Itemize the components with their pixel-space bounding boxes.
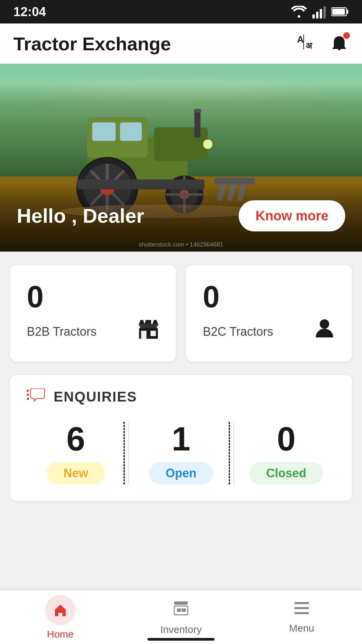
svg-rect-44 xyxy=(174,601,188,605)
menu-label: Menu xyxy=(289,623,314,634)
enquiries-header: ENQUIRIES xyxy=(27,388,335,405)
app-title: Tractor Exchange xyxy=(13,33,171,55)
home-icon xyxy=(53,603,68,618)
b2b-card-bottom: B2B Tractors xyxy=(27,319,159,345)
svg-rect-14 xyxy=(120,122,142,141)
stat-open[interactable]: 1 Open xyxy=(132,422,230,484)
b2c-label: B2C Tractors xyxy=(203,325,273,339)
tractor-cards-row: 0 B2B Tractors 0 xyxy=(10,265,352,362)
wifi-icon xyxy=(291,6,307,18)
svg-rect-48 xyxy=(294,602,309,604)
status-time: 12:04 xyxy=(13,5,46,19)
home-icon-wrapper xyxy=(45,595,75,625)
header-icons: A अ xyxy=(296,32,349,55)
svg-rect-38 xyxy=(141,331,146,339)
svg-text:अ: अ xyxy=(306,41,312,51)
enquiries-title: ENQUIRIES xyxy=(54,389,137,405)
status-icons xyxy=(291,5,349,18)
svg-rect-47 xyxy=(182,608,186,612)
divider-2 xyxy=(233,422,234,484)
svg-rect-50 xyxy=(294,612,309,614)
hero-content: Hello , Dealer Know more xyxy=(17,200,345,231)
signal-icon xyxy=(312,5,326,18)
enquiries-card[interactable]: ENQUIRIES 6 New 1 Open 0 Closed xyxy=(10,375,352,501)
new-badge: New xyxy=(47,462,105,484)
nav-item-inventory[interactable]: Inventory xyxy=(121,599,241,635)
nav-item-home[interactable]: Home xyxy=(0,595,121,640)
enquiries-stats: 6 New 1 Open 0 Closed xyxy=(27,422,335,484)
open-badge: Open xyxy=(149,462,213,484)
inventory-icon xyxy=(172,599,190,621)
b2c-count: 0 xyxy=(203,282,335,312)
nav-item-menu[interactable]: Menu xyxy=(241,601,362,634)
person-icon xyxy=(314,319,335,345)
svg-rect-46 xyxy=(177,608,181,612)
stat-closed[interactable]: 0 Closed xyxy=(237,422,335,484)
svg-rect-3 xyxy=(323,6,326,18)
open-count: 1 xyxy=(172,422,190,455)
svg-rect-41 xyxy=(27,390,29,392)
svg-rect-39 xyxy=(150,331,156,336)
enquiries-icon xyxy=(27,388,47,405)
battery-icon xyxy=(331,7,349,16)
svg-rect-1 xyxy=(316,12,318,18)
header: Tractor Exchange A अ xyxy=(0,23,362,64)
menu-icon xyxy=(293,601,310,619)
divider-1 xyxy=(128,422,129,484)
closed-badge: Closed xyxy=(249,462,323,484)
closed-count: 0 xyxy=(277,422,296,455)
svg-point-40 xyxy=(320,319,329,329)
svg-rect-49 xyxy=(294,607,309,609)
home-indicator-bar xyxy=(147,638,215,641)
svg-rect-2 xyxy=(320,9,322,18)
svg-point-31 xyxy=(203,140,213,149)
svg-text:A: A xyxy=(297,34,304,45)
know-more-button[interactable]: Know more xyxy=(239,200,345,231)
svg-rect-32 xyxy=(215,178,255,184)
new-count: 6 xyxy=(66,422,85,455)
svg-rect-0 xyxy=(312,14,315,18)
watermark: shutterstock.com • 1462964681 xyxy=(139,241,223,248)
b2c-card-bottom: B2C Tractors xyxy=(203,319,335,345)
b2b-label: B2B Tractors xyxy=(27,325,97,339)
svg-rect-6 xyxy=(332,9,345,15)
svg-rect-42 xyxy=(27,394,29,396)
b2b-card[interactable]: 0 B2B Tractors xyxy=(10,265,176,362)
b2b-count: 0 xyxy=(27,282,159,312)
main-content: 0 B2B Tractors 0 xyxy=(0,252,362,528)
svg-rect-13 xyxy=(92,122,116,141)
hero-greeting: Hello , Dealer xyxy=(17,204,144,227)
stat-new[interactable]: 6 New xyxy=(27,422,125,484)
b2c-card[interactable]: 0 B2C Tractors xyxy=(186,265,352,362)
store-icon xyxy=(138,319,159,345)
hero-banner: Hello , Dealer Know more shutterstock.co… xyxy=(0,64,362,252)
notification-dot xyxy=(343,32,350,39)
language-icon[interactable]: A अ xyxy=(296,32,320,55)
bottom-nav: Home Inventory Menu xyxy=(0,590,362,644)
bell-wrapper[interactable] xyxy=(330,34,349,54)
home-label: Home xyxy=(47,629,74,640)
inventory-label: Inventory xyxy=(160,624,201,635)
svg-point-16 xyxy=(193,109,201,113)
status-bar: 12:04 xyxy=(0,0,362,23)
svg-rect-15 xyxy=(194,111,200,138)
svg-rect-43 xyxy=(27,398,29,400)
svg-rect-5 xyxy=(347,10,348,14)
